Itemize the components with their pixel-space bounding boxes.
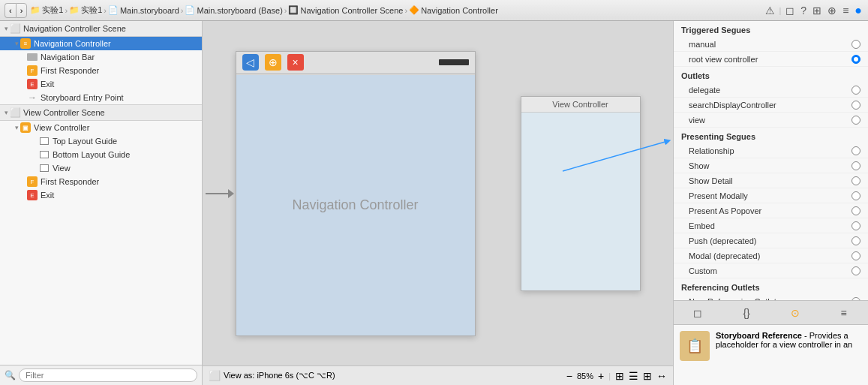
list-view-btn[interactable]: ☰ (629, 370, 638, 382)
arrow-head (228, 189, 234, 198)
conn-circle-push[interactable] (851, 236, 860, 245)
canvas-area[interactable]: ◁ ⊕ × Navigation Controller View Control… (203, 21, 673, 365)
tab-file[interactable]: ◻ (674, 301, 722, 324)
conn-label-delegate: delegate (689, 86, 851, 95)
breadcrumb-item-4[interactable]: 📄 Main.storyboard (Base) (185, 5, 282, 15)
pres-item-push: Push (deprecated) (674, 233, 868, 248)
conn-circle-show-detail[interactable] (851, 176, 860, 185)
pres-label: Push (deprecated) (689, 236, 851, 245)
nav-content-area[interactable]: Navigation Controller (236, 75, 475, 335)
grid-view-btn[interactable]: ⊞ (615, 370, 624, 382)
grid-icon-btn[interactable]: ⊞ (811, 3, 823, 18)
conn-circle-manual[interactable] (851, 40, 860, 49)
zoom-divider: | (608, 371, 611, 380)
breadcrumb-item-3[interactable]: 📄 Main.storyboard (108, 5, 179, 15)
fit-btn[interactable]: ⊞ (643, 370, 652, 382)
breadcrumb: 📁 实验1 › 📁 实验1 › 📄 Main.storyboard › 📄 Ma… (30, 5, 760, 16)
conn-circle-relationship[interactable] (851, 146, 860, 155)
view-controller-title: View Controller (521, 97, 640, 113)
view-controller-content[interactable] (521, 113, 640, 290)
nav-back-button[interactable]: ‹ (5, 3, 16, 18)
conn-circle-inner (854, 57, 858, 62)
pres-label: Show Detail (689, 176, 851, 185)
conn-circle-root-view[interactable] (851, 55, 860, 64)
tab-list[interactable]: ≡ (819, 301, 868, 324)
view-controller-box[interactable]: View Controller (521, 96, 641, 291)
tab-circle[interactable]: ⊙ (771, 301, 820, 324)
chevron-icon: ▾ (15, 40, 19, 47)
entry-icon: → (27, 92, 38, 103)
aspect-ratio-icon: ⬜ (209, 370, 221, 381)
pres-label: Relationship (689, 146, 851, 155)
scene-header-view-ctrl[interactable]: ▾ ⬜ View Controller Scene (0, 104, 202, 121)
tree-item-first-responder-2[interactable]: F First Responder (0, 175, 202, 188)
nav-controller-box[interactable]: ◁ ⊕ × Navigation Controller (236, 51, 476, 336)
conn-label-root-view: root view controller (689, 55, 851, 64)
left-panel: ▾ ⬜ Navigation Controller Scene ▾ ≡ Navi… (0, 21, 203, 385)
pres-label: Present Modally (689, 191, 851, 200)
tree-item-exit-2[interactable]: E Exit (0, 188, 202, 202)
conn-circle-modal[interactable] (851, 251, 860, 260)
conn-circle-embed[interactable] (851, 221, 860, 230)
ref-outlets-section: Referencing Outlets New Referencing Outl… (674, 278, 868, 300)
tree-item-nav-controller[interactable]: ▾ ≡ Navigation Controller (0, 37, 202, 50)
layout-icon (39, 149, 50, 160)
conn-circle-view[interactable] (851, 116, 860, 125)
tree-label: Exit (41, 191, 54, 200)
tree-item-navBar[interactable]: Navigation Bar (0, 50, 202, 64)
tree-item-view-controller[interactable]: ▾ ▣ View Controller (0, 121, 202, 134)
filter-bar: 🔍 (0, 365, 202, 385)
nav-buttons[interactable]: ‹ › (5, 3, 27, 18)
conn-circle-show[interactable] (851, 161, 860, 170)
conn-circle-search[interactable] (851, 101, 860, 110)
breadcrumb-item-2[interactable]: 📁 实验1 (69, 5, 102, 16)
tree-label: View Controller (34, 123, 89, 132)
pres-label: Present As Popover (689, 206, 851, 215)
presenting-segues-section: Presenting Segues Relationship Show Show… (674, 128, 868, 278)
tree-label: Storyboard Entry Point (41, 93, 124, 102)
scene-icon: ⬜ (10, 23, 20, 34)
zoom-in-btn[interactable]: + (598, 370, 604, 382)
record-icon-btn[interactable]: ● (853, 2, 863, 19)
scene-header-nav-ctrl[interactable]: ▾ ⬜ Navigation Controller Scene (0, 21, 202, 37)
tree-label: Navigation Controller (34, 39, 111, 48)
add-icon-btn[interactable]: ⊕ (826, 3, 838, 18)
menu-icon-btn[interactable]: ≡ (841, 3, 850, 18)
right-bottom-tabs: ◻ {} ⊙ ≡ (674, 301, 868, 325)
breadcrumb-item-6[interactable]: 🔶 Navigation Controller (409, 5, 498, 15)
triggered-segues-section: Triggered Segues manual root view contro… (674, 21, 868, 67)
conn-circle-present-modally[interactable] (851, 191, 860, 200)
center-panel: ◁ ⊕ × Navigation Controller View Control… (203, 21, 673, 385)
triggered-segues-title: Triggered Segues (674, 21, 868, 37)
warn-button[interactable]: ⚠ (764, 3, 776, 18)
tree-label: Exit (41, 80, 54, 89)
status-bar-indicator (439, 59, 469, 65)
entry-point-arrow (206, 189, 234, 198)
tree-item-exit-1[interactable]: E Exit (0, 77, 202, 91)
tree-item-first-responder-1[interactable]: F First Responder (0, 64, 202, 77)
tree-item-bottom-layout[interactable]: Bottom Layout Guide (0, 148, 202, 161)
tree-item-top-layout[interactable]: Top Layout Guide (0, 134, 202, 148)
tree-item-view[interactable]: View (0, 161, 202, 175)
file-icon-btn[interactable]: ◻ (784, 3, 796, 18)
search-icon: 🔍 (5, 370, 16, 380)
conn-circle-delegate[interactable] (851, 86, 860, 95)
tab-code[interactable]: {} (722, 301, 771, 324)
responder-icon: F (27, 65, 38, 76)
expand-btn[interactable]: ↔ (656, 370, 667, 382)
breadcrumb-item-1[interactable]: 📁 实验1 (30, 5, 63, 16)
zoom-out-btn[interactable]: − (566, 370, 572, 382)
nav-controller-label: Navigation Controller (292, 197, 418, 213)
help-icon-btn[interactable]: ? (799, 3, 808, 18)
tree-item-entry-point[interactable]: → Storyboard Entry Point (0, 91, 202, 104)
conn-circle-popover[interactable] (851, 206, 860, 215)
scene-icon: ⬜ (10, 107, 20, 118)
canvas-bottom-right: − 85% + | ⊞ ☰ ⊞ ↔ (566, 370, 667, 382)
conn-circle-custom[interactable] (851, 266, 860, 275)
filter-input[interactable] (19, 368, 197, 382)
conn-label-manual: manual (689, 40, 851, 49)
pres-label: Custom (689, 266, 851, 275)
nav-forward-button[interactable]: › (16, 3, 28, 18)
breadcrumb-item-5[interactable]: 🔲 Navigation Controller Scene (288, 5, 403, 15)
scene-tree: ▾ ⬜ Navigation Controller Scene ▾ ≡ Navi… (0, 21, 202, 365)
